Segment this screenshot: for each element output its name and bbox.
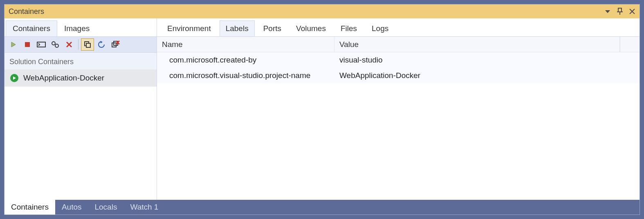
containers-window: Containers Containers	[4, 4, 640, 215]
stop-icon[interactable]	[21, 38, 34, 51]
window-title: Containers	[9, 7, 44, 16]
tab-label: Logs	[372, 24, 388, 33]
left-toolbar	[4, 36, 157, 53]
tab-logs[interactable]: Logs	[366, 20, 395, 37]
left-panel: Containers Images	[4, 18, 157, 200]
tab-environment[interactable]: Environment	[161, 20, 217, 37]
table-row[interactable]: com.microsoft.created-by visual-studio	[157, 52, 640, 68]
tab-containers[interactable]: Containers	[6, 20, 57, 37]
tab-label: Autos	[62, 203, 82, 212]
tab-label: Ports	[263, 24, 281, 33]
column-header-value[interactable]: Value	[334, 37, 620, 52]
cell-name: com.microsoft.created-by	[157, 55, 334, 65]
tab-volumes[interactable]: Volumes	[290, 20, 332, 37]
svg-rect-3	[619, 12, 620, 15]
svg-marker-15	[101, 41, 103, 43]
svg-marker-20	[13, 76, 16, 80]
svg-rect-8	[37, 42, 45, 47]
pin-icon[interactable]	[617, 8, 623, 15]
svg-rect-1	[618, 8, 622, 12]
window-options-icon[interactable]	[604, 9, 611, 13]
right-tabs: Environment Labels Ports Volumes Files L…	[157, 18, 640, 36]
right-panel: Environment Labels Ports Volumes Files L…	[157, 18, 640, 200]
svg-marker-6	[11, 42, 16, 47]
running-status-icon	[10, 74, 18, 82]
bottom-tab-locals[interactable]: Locals	[88, 200, 123, 215]
tab-label: Environment	[167, 24, 211, 33]
container-name: WebApplication-Docker	[23, 74, 104, 83]
play-icon[interactable]	[7, 38, 20, 51]
copy-icon[interactable]	[81, 38, 94, 51]
tab-label: Files	[341, 24, 357, 33]
cell-value: visual-studio	[334, 55, 640, 65]
svg-rect-14	[86, 43, 90, 47]
window-body: Containers Images	[4, 18, 640, 200]
bottom-tab-containers[interactable]: Containers	[4, 200, 55, 215]
svg-point-9	[52, 42, 55, 45]
tab-label: Images	[64, 24, 90, 33]
svg-point-10	[55, 44, 58, 47]
refresh-icon[interactable]	[95, 38, 108, 51]
toolbar-separator	[78, 39, 79, 50]
delete-icon[interactable]	[63, 38, 76, 51]
outer-frame: Containers Containers	[0, 0, 644, 219]
container-list: WebApplication-Docker	[4, 69, 157, 200]
terminal-icon[interactable]	[35, 38, 48, 51]
svg-rect-2	[617, 11, 623, 12]
column-header-name[interactable]: Name	[157, 37, 334, 52]
section-label: Solution Containers	[4, 53, 157, 69]
table-row[interactable]: com.microsoft.visual-studio.project-name…	[157, 68, 640, 83]
tab-label: Watch 1	[130, 203, 158, 212]
svg-marker-0	[605, 10, 610, 13]
tab-images[interactable]: Images	[57, 20, 96, 37]
titlebar: Containers	[4, 4, 640, 18]
tab-ports[interactable]: Ports	[257, 20, 287, 37]
column-header-spacer	[620, 37, 640, 52]
tab-label: Containers	[13, 24, 50, 33]
titlebar-controls	[604, 8, 635, 15]
bottom-tabs: Containers Autos Locals Watch 1	[4, 200, 640, 215]
tab-label: Locals	[94, 203, 117, 212]
tab-label: Containers	[11, 203, 49, 212]
tab-labels[interactable]: Labels	[220, 20, 255, 37]
left-tabs: Containers Images	[4, 18, 157, 36]
labels-table: Name Value com.microsoft.created-by visu…	[157, 36, 640, 200]
remove-multi-icon[interactable]	[109, 38, 122, 51]
tab-label: Labels	[226, 24, 249, 33]
container-item[interactable]: WebApplication-Docker	[4, 69, 157, 87]
bottom-tab-autos[interactable]: Autos	[55, 200, 88, 215]
close-icon[interactable]	[629, 8, 635, 15]
table-header: Name Value	[157, 37, 640, 52]
tab-files[interactable]: Files	[334, 20, 363, 37]
gear-icon[interactable]	[49, 38, 62, 51]
tab-label: Volumes	[296, 24, 326, 33]
svg-rect-7	[25, 42, 30, 47]
bottom-tab-watch1[interactable]: Watch 1	[123, 200, 165, 215]
cell-name: com.microsoft.visual-studio.project-name	[157, 70, 334, 81]
cell-value: WebApplication-Docker	[334, 70, 640, 81]
